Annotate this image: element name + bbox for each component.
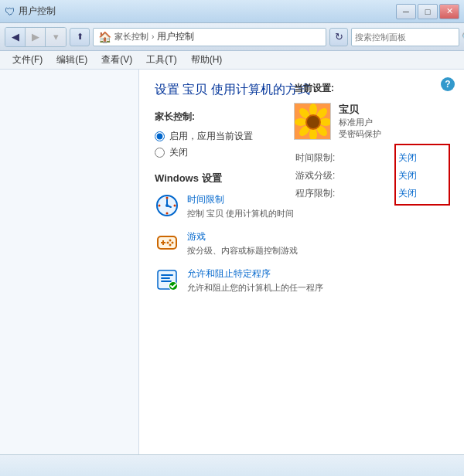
user-name: 宝贝 [339, 103, 381, 117]
svg-point-24 [309, 104, 317, 116]
user-card: 宝贝 标准用户 受密码保护 [294, 103, 449, 140]
svg-point-11 [169, 240, 172, 242]
svg-rect-18 [161, 280, 172, 282]
table-row-time: 时间限制: 关闭 [294, 149, 449, 167]
status-value-time[interactable]: 关闭 [397, 149, 449, 167]
breadcrumb-home: 家长控制 [114, 31, 148, 42]
menu-help[interactable]: 帮助(H) [185, 52, 229, 68]
app-link[interactable]: 允许和阻止特定程序 [187, 267, 323, 280]
svg-point-30 [295, 118, 307, 126]
app-icon [155, 267, 179, 292]
address-bar: ◀ ▶ ▾ ⬆ 🏠 家长控制 › 用户控制 ↻ 🔍 [0, 23, 464, 51]
back-button[interactable]: ◀ [5, 28, 26, 46]
menu-bar: 文件(F) 编辑(E) 查看(V) 工具(T) 帮助(H) [0, 51, 464, 70]
game-desc: 按分级、内容或标题控制游戏 [187, 245, 298, 257]
user-type: 标准用户 [339, 117, 381, 128]
title-bar-left: 🛡 用户控制 [5, 5, 56, 18]
status-label-app: 程序限制: [294, 185, 397, 202]
time-text: 时间限制 控制 宝贝 使用计算机的时间 [187, 193, 294, 219]
user-protection: 受密码保护 [339, 128, 381, 140]
path-separator: › [152, 32, 154, 41]
svg-point-4 [166, 197, 169, 199]
svg-point-13 [169, 244, 172, 246]
menu-file[interactable]: 文件(F) [6, 52, 49, 68]
user-info: 宝贝 标准用户 受密码保护 [339, 103, 381, 140]
refresh-button[interactable]: ↻ [329, 28, 348, 46]
current-settings-panel: 当前设置: [294, 82, 449, 202]
nav-button-group: ◀ ▶ ▾ [5, 27, 67, 47]
close-button[interactable]: ✕ [439, 4, 459, 19]
radio-disable-label: 关闭 [169, 146, 188, 159]
svg-rect-10 [162, 240, 164, 245]
app-text: 允许和阻止特定程序 允许和阻止您的计算机上的任一程序 [187, 267, 323, 294]
radio-enable-input[interactable] [155, 131, 165, 141]
menu-view[interactable]: 查看(V) [95, 52, 138, 68]
settings-list: 时间限制 控制 宝贝 使用计算机的时间 [155, 193, 449, 294]
forward-button[interactable]: ▶ [26, 28, 46, 46]
title-bar-controls: ─ □ ✕ [396, 4, 459, 19]
address-path[interactable]: 🏠 家长控制 › 用户控制 [93, 28, 326, 46]
time-desc: 控制 宝贝 使用计算机的时间 [187, 208, 294, 219]
search-input[interactable] [355, 32, 462, 42]
settings-item-apps[interactable]: 允许和阻止特定程序 允许和阻止您的计算机上的任一程序 [155, 267, 449, 294]
game-text: 游戏 按分级、内容或标题控制游戏 [187, 230, 298, 257]
game-link[interactable]: 游戏 [187, 230, 298, 243]
status-bar [0, 454, 464, 476]
radio-enable-label: 启用，应用当前设置 [169, 130, 253, 143]
svg-rect-17 [161, 277, 170, 279]
svg-point-6 [166, 212, 169, 215]
time-link[interactable]: 时间限制 [187, 193, 294, 206]
table-row-app: 程序限制: 关闭 [294, 185, 449, 202]
breadcrumb-current: 用户控制 [157, 30, 194, 43]
svg-point-14 [167, 242, 169, 244]
table-row-game: 游戏分级: 关闭 [294, 167, 449, 185]
search-box: 🔍 [351, 28, 459, 46]
dropdown-button[interactable]: ▾ [46, 28, 66, 46]
app-desc: 允许和阻止您的计算机上的任一程序 [187, 282, 323, 294]
menu-tools[interactable]: 工具(T) [140, 52, 183, 68]
status-table: 时间限制: 关闭 游戏分级: 关闭 程序限制: 关闭 [294, 149, 449, 202]
menu-edit[interactable]: 编辑(E) [50, 52, 94, 68]
status-label-time: 时间限制: [294, 149, 397, 167]
svg-point-12 [172, 242, 174, 244]
status-value-app[interactable]: 关闭 [397, 185, 449, 202]
left-pane [0, 70, 139, 454]
title-bar: 🛡 用户控制 ─ □ ✕ [0, 0, 464, 23]
maximize-button[interactable]: □ [418, 4, 438, 19]
user-avatar [294, 103, 331, 140]
current-settings-title: 当前设置: [294, 82, 449, 95]
settings-item-games[interactable]: 游戏 按分级、内容或标题控制游戏 [155, 230, 449, 257]
time-icon [155, 193, 179, 218]
status-value-game[interactable]: 关闭 [397, 167, 449, 185]
svg-point-5 [174, 205, 176, 207]
main-pane: ? 设置 宝贝 使用计算机的方式 家长控制: 启用，应用当前设置 关闭 Wind… [139, 70, 464, 454]
minimize-button[interactable]: ─ [396, 4, 416, 19]
up-button[interactable]: ⬆ [70, 28, 90, 46]
status-label-game: 游戏分级: [294, 167, 397, 185]
radio-disable-input[interactable] [155, 148, 165, 158]
game-icon [155, 230, 179, 255]
svg-point-33 [307, 116, 319, 128]
svg-point-7 [159, 205, 161, 207]
svg-rect-16 [161, 274, 173, 276]
title-text: 用户控制 [19, 5, 56, 18]
content-area: ? 设置 宝贝 使用计算机的方式 家长控制: 启用，应用当前设置 关闭 Wind… [0, 70, 464, 454]
